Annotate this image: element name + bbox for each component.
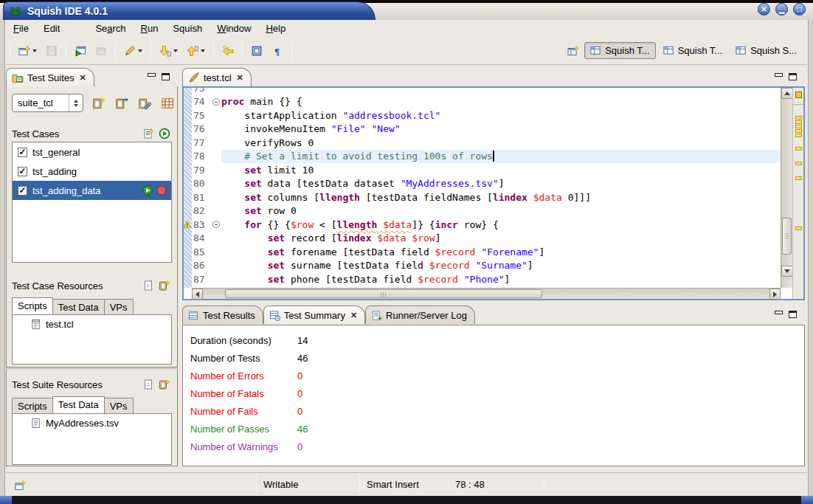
resource-tab-vps[interactable]: VPs: [104, 299, 134, 314]
dropdown-chevron-icon[interactable]: [32, 49, 37, 52]
minimize-panel-icon[interactable]: [775, 73, 783, 77]
titlebar[interactable]: Squish IDE 4.0.1 ✕ ▁ □: [0, 0, 813, 20]
tab-test-suites[interactable]: Test Suites ✕: [6, 68, 94, 86]
run-test-case-icon[interactable]: [142, 185, 153, 196]
warning-mark[interactable]: [795, 120, 802, 124]
suite-settings-button[interactable]: [136, 95, 153, 111]
show-whitespace-button[interactable]: ¶: [269, 41, 286, 61]
scroll-down-icon[interactable]: [781, 266, 793, 277]
scroll-right-icon[interactable]: [769, 289, 781, 300]
minimize-icon[interactable]: ▁: [775, 3, 788, 15]
perspective-button-1[interactable]: Squish T...: [584, 42, 655, 59]
open-perspective-button[interactable]: [565, 43, 581, 59]
tab-test-summary[interactable]: Test Summary✕: [263, 305, 365, 324]
resize-corner-left[interactable]: [0, 496, 12, 504]
new-test-suite-button[interactable]: [91, 95, 107, 111]
warning-mark[interactable]: [795, 125, 802, 128]
launch-aut-button[interactable]: [72, 41, 89, 61]
perspective-button-3[interactable]: Squish S...: [730, 42, 803, 59]
console-document-button[interactable]: [248, 41, 266, 61]
scroll-up-icon[interactable]: [781, 88, 793, 99]
resize-corner-right[interactable]: [801, 496, 813, 504]
code-text: set data [testData dataset "MyAddresses.…: [221, 177, 781, 191]
resource-tab-test-data[interactable]: Test Data: [52, 396, 105, 413]
menu-window[interactable]: Window: [210, 21, 258, 35]
last-edit-location-button[interactable]: [219, 41, 237, 61]
maximize-panel-icon[interactable]: [162, 73, 170, 80]
resource-tab-scripts[interactable]: Scripts: [12, 398, 53, 413]
checkbox[interactable]: ✓: [18, 186, 27, 196]
warning-mark[interactable]: [795, 176, 802, 180]
warning-mark[interactable]: [795, 162, 802, 165]
close-icon[interactable]: ✕: [235, 73, 243, 83]
minimize-panel-icon[interactable]: [775, 311, 783, 314]
next-annotation-button[interactable]: [156, 41, 181, 61]
editor-vertical-scrollbar[interactable]: [781, 88, 792, 288]
checkbox[interactable]: ✓: [18, 167, 27, 176]
previous-annotation-button[interactable]: [184, 41, 208, 61]
tab-runner-server-log[interactable]: Runner/Server Log: [365, 305, 475, 324]
test-case-row[interactable]: ✓tst_adding_data: [13, 181, 171, 200]
tab-test-results[interactable]: Test Results: [182, 305, 263, 324]
close-icon[interactable]: ✕: [349, 311, 357, 320]
file-icon[interactable]: [140, 376, 156, 393]
maximize-icon[interactable]: □: [793, 3, 806, 15]
warning-mark[interactable]: [795, 147, 802, 151]
horizontal-sash[interactable]: [182, 300, 805, 305]
fold-column[interactable]: [211, 98, 221, 106]
menu-squish[interactable]: Squish: [165, 21, 210, 35]
warning-mark[interactable]: [795, 129, 802, 133]
horizontal-scroll-thumb[interactable]: [225, 289, 542, 298]
new-wizard-button[interactable]: [15, 41, 40, 61]
tab-editor-test-tcl[interactable]: test.tcl ✕: [182, 68, 252, 86]
dropdown-chevron-icon[interactable]: [173, 49, 178, 52]
data-grid-button[interactable]: [159, 95, 176, 111]
code-editor[interactable]: 7374proc main {} {75 startApplication "a…: [182, 86, 805, 300]
left-panel-sash[interactable]: [6, 367, 178, 369]
resource-tab-test-data[interactable]: Test Data: [52, 299, 105, 314]
dropdown-chevron-icon[interactable]: [138, 49, 142, 52]
fold-column[interactable]: [211, 221, 221, 228]
fast-view-icon[interactable]: [12, 477, 28, 494]
close-icon[interactable]: ✕: [78, 73, 86, 83]
collapse-icon[interactable]: [212, 98, 220, 106]
overview-header-annotation[interactable]: [795, 92, 802, 98]
warning-mark[interactable]: [795, 116, 802, 120]
minimize-panel-icon[interactable]: [148, 73, 156, 77]
warning-mark[interactable]: [795, 134, 802, 137]
file-item[interactable]: test.tcl: [13, 315, 171, 330]
overview-ruler[interactable]: [792, 88, 803, 299]
vertical-scroll-thumb[interactable]: [782, 218, 792, 255]
suite-selector[interactable]: suite_tcl: [12, 94, 83, 112]
test-case-row[interactable]: ✓tst_general: [13, 142, 171, 162]
maximize-panel-icon[interactable]: [789, 73, 797, 80]
maximize-panel-icon[interactable]: [789, 311, 797, 318]
run-test-suite-icon[interactable]: [156, 125, 173, 142]
file-item[interactable]: MyAddresses.tsv: [13, 414, 171, 429]
new-test-case-icon[interactable]: [140, 125, 156, 142]
editor-horizontal-scrollbar[interactable]: [192, 288, 781, 299]
checkbox[interactable]: ✓: [18, 148, 27, 157]
menu-run[interactable]: Run: [134, 21, 166, 35]
collapse-icon[interactable]: [212, 221, 220, 228]
menu-edit[interactable]: Edit: [36, 21, 67, 35]
close-icon[interactable]: ✕: [758, 3, 770, 15]
stop-test-case-icon[interactable]: [156, 185, 167, 196]
scroll-left-icon[interactable]: [192, 289, 203, 300]
file-icon[interactable]: [140, 277, 156, 294]
editor-panel-controls: [775, 73, 797, 80]
open-test-suite-button[interactable]: [114, 95, 130, 111]
new-resource-icon[interactable]: [156, 277, 173, 294]
menu-file[interactable]: File: [6, 21, 36, 35]
perspective-button-2[interactable]: Squish T...: [657, 42, 728, 59]
menu-help[interactable]: Help: [258, 21, 293, 35]
test-case-row[interactable]: ✓tst_adding: [13, 162, 171, 181]
resource-tab-vps[interactable]: VPs: [104, 398, 134, 413]
record-snippet-button[interactable]: [121, 41, 145, 61]
menu-search[interactable]: Search: [88, 21, 133, 35]
suite-selector-arrows-icon[interactable]: [69, 94, 83, 111]
new-resource-icon[interactable]: [156, 376, 173, 393]
resource-tab-scripts[interactable]: Scripts: [12, 297, 53, 314]
warning-mark[interactable]: [795, 227, 802, 230]
dropdown-chevron-icon[interactable]: [201, 49, 205, 52]
